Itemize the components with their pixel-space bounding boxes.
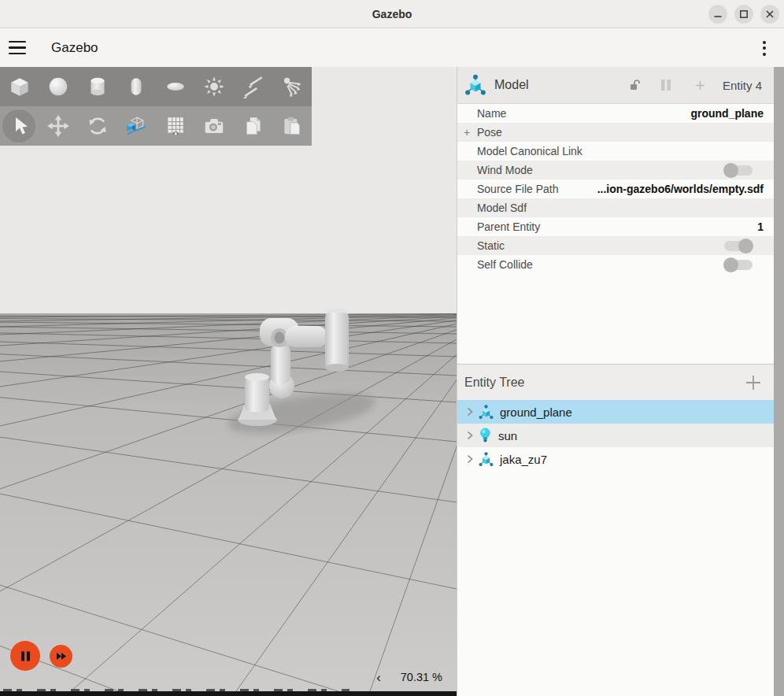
hamburger-menu-button[interactable] xyxy=(0,28,35,67)
plus-icon xyxy=(695,80,705,91)
sphere-icon xyxy=(46,75,70,98)
select-arrow-icon xyxy=(9,115,31,137)
property-label: Wind Mode xyxy=(477,164,724,176)
model-row-model-sdf[interactable]: Model Sdf xyxy=(457,198,784,217)
model-row-self-collide[interactable]: Self Collide xyxy=(457,255,784,274)
entity-name: jaka_zu7 xyxy=(500,453,547,466)
entity-tree-header: Entity Tree xyxy=(457,364,784,400)
close-button[interactable] xyxy=(760,5,779,24)
paste-tool-button[interactable] xyxy=(273,106,312,146)
directional-light-tool-button[interactable] xyxy=(234,67,273,106)
entity-tree-item-ground_plane[interactable]: ground_plane xyxy=(457,400,784,424)
clipped-status-text xyxy=(3,689,349,691)
grid-config-tool-button[interactable] xyxy=(156,106,195,146)
unlock-button[interactable] xyxy=(629,79,642,91)
model-panel-header: Model xyxy=(457,67,784,104)
fast-forward-icon xyxy=(56,652,67,661)
model-row-pose[interactable]: +Pose xyxy=(457,123,784,142)
playback-controls xyxy=(10,641,72,671)
point-light-tool-button[interactable] xyxy=(195,67,235,106)
model-inspector-panel: Model xyxy=(457,67,784,364)
entity-tree-title: Entity Tree xyxy=(464,376,745,390)
expand-chevron-icon[interactable] xyxy=(467,407,473,416)
expand-chevron-icon[interactable] xyxy=(467,454,473,464)
model-row-source-file-path[interactable]: Source File Path...ion-gazebo6/worlds/em… xyxy=(457,180,784,198)
pause-icon xyxy=(20,650,31,662)
model-panel-title: Model xyxy=(494,78,529,92)
unlock-icon xyxy=(629,79,642,91)
paste-icon xyxy=(280,114,304,138)
screenshot-icon xyxy=(202,114,226,138)
copy-icon xyxy=(242,114,265,138)
entity-tree-item-sun[interactable]: sun xyxy=(457,424,784,447)
box-tool-button[interactable] xyxy=(0,67,39,106)
screenshot-tool-button[interactable] xyxy=(195,106,235,146)
window-title: Gazebo xyxy=(372,8,412,20)
box-icon xyxy=(8,75,31,98)
toggle-knob xyxy=(738,239,753,254)
property-label: Pose xyxy=(477,126,764,139)
ellipsoid-tool-button[interactable] xyxy=(156,67,195,106)
expand-plus-icon[interactable]: + xyxy=(464,126,474,139)
expand-chevron-icon[interactable] xyxy=(467,431,473,440)
add-component-button[interactable] xyxy=(695,80,705,91)
kebab-menu-button[interactable] xyxy=(757,38,771,58)
copy-tool-button[interactable] xyxy=(234,106,273,146)
pause-plugin-button[interactable] xyxy=(660,79,671,91)
entity-name: sun xyxy=(498,429,517,442)
3d-viewport[interactable]: ‹ 70.31 % xyxy=(0,67,457,691)
spot-light-tool-button[interactable] xyxy=(273,67,312,106)
entity-tree-item-jaka_zu7[interactable]: jaka_zu7 xyxy=(457,447,784,471)
property-value: ground_plane xyxy=(690,107,764,120)
model-row-static[interactable]: Static xyxy=(457,236,784,255)
rotate-icon xyxy=(86,114,109,138)
entity-tree-panel: Entity Tree ground_planesunjaka_zu7 xyxy=(457,364,784,471)
translate-icon xyxy=(46,114,70,138)
view-angle-tool-button[interactable] xyxy=(117,106,157,146)
ellipsoid-icon xyxy=(164,75,187,98)
property-label: Model Sdf xyxy=(477,202,764,214)
cylinder-tool-button[interactable] xyxy=(78,67,117,106)
property-label: Parent Entity xyxy=(477,220,757,233)
model-row-parent-entity[interactable]: Parent Entity1 xyxy=(457,217,784,236)
model-row-wind-mode[interactable]: Wind Mode xyxy=(457,161,784,180)
model-row-name[interactable]: Nameground_plane xyxy=(457,104,784,123)
add-entity-button[interactable] xyxy=(745,374,762,391)
capsule-icon xyxy=(124,75,148,98)
static-toggle[interactable] xyxy=(724,241,753,251)
scene-toolbar xyxy=(0,67,312,146)
property-label: Source File Path xyxy=(477,183,597,195)
sphere-tool-button[interactable] xyxy=(39,67,79,106)
model-icon xyxy=(478,451,494,468)
zoom-percent: 70.31 % xyxy=(401,671,442,683)
self-collide-toggle[interactable] xyxy=(724,260,753,270)
minimize-button[interactable] xyxy=(708,5,727,24)
gazebo-window: Gazebo Gazebo xyxy=(0,0,784,696)
property-value: ...ion-gazebo6/worlds/empty.sdf xyxy=(597,183,764,195)
minimize-icon xyxy=(713,9,723,19)
model-property-list: Nameground_plane+PoseModel Canonical Lin… xyxy=(457,104,784,274)
step-forward-button[interactable] xyxy=(50,645,72,668)
select-arrow-tool-button[interactable] xyxy=(0,106,39,146)
view-angle-icon xyxy=(124,114,148,138)
grid-config-icon xyxy=(164,114,187,138)
model-icon xyxy=(464,73,487,97)
maximize-button[interactable] xyxy=(734,5,753,24)
pause-button[interactable] xyxy=(10,641,40,671)
appbar: Gazebo xyxy=(0,28,784,67)
plus-icon xyxy=(745,374,762,391)
panel-scrollbar[interactable] xyxy=(774,67,784,696)
translate-tool-button[interactable] xyxy=(39,106,79,146)
property-label: Name xyxy=(477,107,690,120)
collapse-chevron-icon[interactable]: ‹ xyxy=(376,671,381,684)
capsule-tool-button[interactable] xyxy=(117,67,157,106)
maximize-icon xyxy=(739,9,749,19)
model-row-model-canonical-link[interactable]: Model Canonical Link xyxy=(457,142,784,161)
property-label: Static xyxy=(477,239,724,252)
3d-scene xyxy=(0,67,457,691)
entity-name: ground_plane xyxy=(500,405,572,419)
rotate-tool-button[interactable] xyxy=(78,106,117,146)
light-icon xyxy=(478,427,493,444)
point-light-icon xyxy=(202,75,226,98)
wind-mode-toggle[interactable] xyxy=(724,165,753,176)
